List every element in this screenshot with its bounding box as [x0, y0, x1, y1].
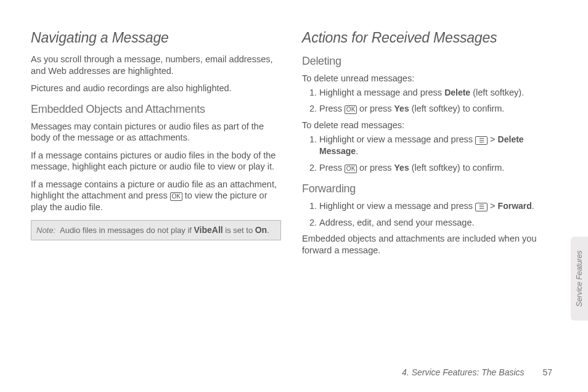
- page-number: 57: [542, 367, 552, 377]
- side-tab: Service Features: [571, 237, 588, 321]
- step-item: Press OK or press Yes (left softkey) to …: [319, 162, 552, 174]
- body-text: Messages may contain pictures or audio f…: [31, 121, 281, 144]
- body-text: If a message contains a picture or audio…: [31, 179, 281, 213]
- body-text: Embedded objects and attachments are inc…: [302, 233, 552, 256]
- text-fragment: (left softkey) to confirm.: [409, 104, 505, 113]
- ok-key-icon: OK: [345, 165, 357, 173]
- text-fragment: (left softkey).: [470, 88, 524, 97]
- text-fragment: >: [488, 134, 498, 144]
- menu-key-icon: ☰: [475, 203, 488, 211]
- left-column: Navigating a Message As you scroll throu…: [31, 30, 281, 375]
- text-fragment: Highlight or view a message and press: [319, 201, 475, 211]
- right-column: Actions for Received Messages Deleting T…: [302, 30, 552, 375]
- text-fragment: or press: [357, 163, 394, 173]
- text-fragment: >: [488, 201, 498, 211]
- ok-key-icon: OK: [170, 192, 182, 201]
- text-fragment: or press: [357, 104, 394, 113]
- menu-key-icon: ☰: [475, 136, 488, 145]
- steps-list: Highlight a message and press Delete (le…: [302, 87, 552, 115]
- text-fragment: Highlight a message and press: [319, 88, 444, 97]
- note-text: is set to: [223, 226, 255, 235]
- body-text: As you scroll through a message, numbers…: [31, 54, 281, 76]
- bold-text: Yes: [394, 163, 409, 173]
- bold-text: Forward: [498, 201, 532, 211]
- text-fragment: Press: [319, 163, 345, 173]
- step-item: Highlight or view a message and press ☰ …: [319, 200, 552, 212]
- note-label: Note:: [36, 226, 55, 235]
- heading-deleting: Deleting: [302, 55, 552, 68]
- step-item: Highlight or view a message and press ☰ …: [319, 134, 552, 157]
- intro-text: To delete read messages:: [302, 120, 552, 131]
- text-fragment: Press: [319, 104, 345, 113]
- page-footer: 4. Service Features: The Basics 57: [402, 367, 552, 377]
- ok-key-icon: OK: [345, 105, 357, 114]
- note-text: Audio files in messages do not play if: [60, 226, 194, 235]
- note-text: .: [267, 226, 269, 235]
- note-box: Note: Audio files in messages do not pla…: [31, 220, 281, 240]
- step-item: Address, edit, and send your message.: [319, 217, 552, 229]
- body-text: Pictures and audio recordings are also h…: [31, 83, 281, 94]
- text-fragment: (left softkey) to confirm.: [409, 163, 505, 173]
- bold-text: On: [255, 225, 267, 235]
- footer-section: 4. Service Features: The Basics: [402, 367, 524, 377]
- step-item: Press OK or press Yes (left softkey) to …: [319, 103, 552, 115]
- heading-navigating: Navigating a Message: [31, 30, 281, 46]
- text-fragment: .: [356, 146, 358, 156]
- steps-list: Highlight or view a message and press ☰ …: [302, 134, 552, 174]
- body-text: If a message contains pictures or audio …: [31, 150, 281, 173]
- bold-text: VibeAll: [194, 225, 223, 235]
- bold-text: Yes: [394, 104, 409, 113]
- heading-embedded: Embedded Objects and Attachments: [31, 103, 281, 116]
- intro-text: To delete unread messages:: [302, 73, 552, 84]
- manual-page: Navigating a Message As you scroll throu…: [0, 0, 588, 392]
- step-item: Highlight a message and press Delete (le…: [319, 87, 552, 99]
- heading-forwarding: Forwarding: [302, 182, 552, 195]
- bold-text: Delete: [444, 88, 470, 97]
- side-tab-label: Service Features: [575, 250, 584, 306]
- heading-actions: Actions for Received Messages: [302, 30, 552, 46]
- steps-list: Highlight or view a message and press ☰ …: [302, 200, 552, 228]
- text-fragment: Highlight or view a message and press: [319, 134, 475, 144]
- text-fragment: .: [532, 201, 534, 211]
